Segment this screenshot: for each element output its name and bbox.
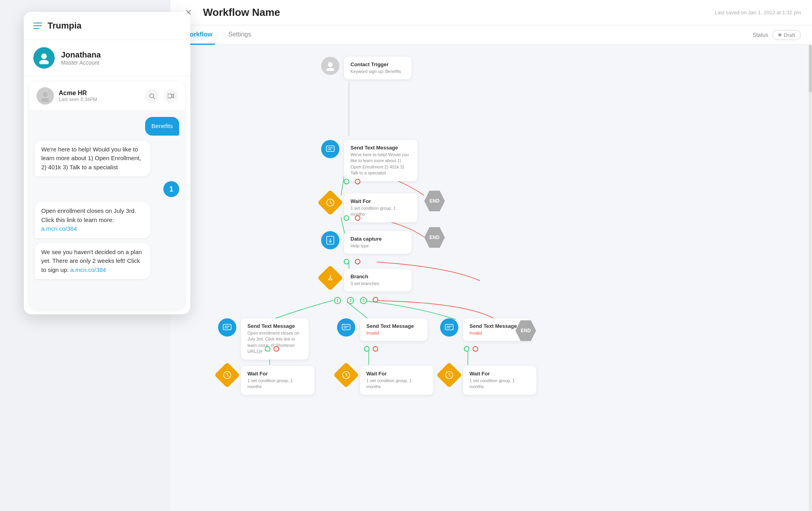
user-name: Jonathana	[61, 50, 101, 59]
send3-green-dot	[364, 346, 370, 352]
user-info: Jonathana Master Account	[61, 50, 101, 66]
status-dot	[778, 33, 781, 36]
node-wait-for-2[interactable]: Wait For 1 set condition group, 1 months	[218, 366, 314, 395]
node-contact-trigger-card: Contact Trigger Keyword sign up. Benefit…	[344, 57, 412, 79]
left-chat-panel: Trumpia Jonathana Master Account Acme HR	[24, 12, 190, 314]
status-badge[interactable]: Draft	[772, 30, 801, 40]
node-title: Wait For	[469, 371, 530, 377]
right-workflow-panel: ✕ Workflow Name Last saved on Jan 1, 202…	[170, 0, 812, 511]
node-wait-for-3[interactable]: Wait For 1 set condition group, 1 months	[337, 366, 433, 395]
chat-messages: Benefits We're here to help! Would you l…	[29, 111, 185, 309]
svg-rect-21	[342, 324, 350, 330]
user-role: Master Account	[61, 59, 101, 66]
node-contact-trigger[interactable]: Contact Trigger Keyword sign up. Benefit…	[321, 57, 412, 79]
node-branch-card: Branch 3 set branches	[344, 269, 412, 291]
send2-green-dot	[265, 346, 270, 352]
workflow-title: Workflow Name	[203, 6, 280, 19]
node-branch[interactable]: Branch 3 set branches	[321, 269, 412, 291]
node-desc: Help type	[350, 243, 405, 249]
svg-rect-20	[223, 324, 231, 330]
send1-red-dot	[355, 179, 360, 184]
branch-connector-x	[373, 297, 378, 302]
node-data-capture[interactable]: Data capture Help type	[321, 231, 412, 254]
node-desc: 1 set condition group, 1 months	[469, 378, 530, 390]
node-wait-for-2-card: Wait For 1 set condition group, 1 months	[241, 366, 314, 395]
message-plan: We see you haven't decided on a plan yet…	[35, 243, 150, 279]
node-title: Send Text Message	[366, 323, 421, 329]
last-saved: Last saved on Jan 1, 2022 at 1:32 pm	[714, 10, 801, 15]
node-send-text-3[interactable]: Send Text Message Invalid	[337, 318, 427, 341]
svg-point-1	[39, 60, 49, 64]
contact-trigger-icon	[321, 57, 339, 75]
svg-rect-22	[445, 324, 453, 330]
message-benefits: Benefits	[145, 117, 179, 136]
branch-connector-3: 3	[360, 297, 367, 304]
scrollbar-track	[809, 45, 812, 511]
workflow-connections	[170, 45, 812, 511]
svg-point-2	[43, 92, 48, 97]
scrollbar-thumb[interactable]	[809, 45, 812, 92]
svg-rect-17	[326, 146, 334, 151]
hamburger-icon[interactable]	[33, 23, 42, 29]
workflow-tabs: Workflow Settings Status Draft	[170, 25, 812, 45]
app-title: Trumpia	[48, 21, 82, 31]
chat-header-actions	[145, 89, 178, 103]
branch-connector-2: 2	[347, 297, 354, 304]
svg-line-11	[347, 302, 369, 320]
node-wait-for-4[interactable]: Wait For 1 set condition group, 1 months	[440, 366, 536, 395]
end-hexagon-1: END	[424, 191, 445, 211]
send-text-icon-4	[440, 318, 458, 337]
workflow-header: ✕ Workflow Name Last saved on Jan 1, 202…	[170, 0, 812, 25]
send-text-icon-1	[321, 140, 339, 158]
node-desc: Keyword sign up. Benefits	[350, 69, 405, 75]
avatar	[33, 47, 55, 69]
branch-connector-1: 1	[334, 297, 341, 304]
svg-point-0	[41, 54, 47, 59]
chat-avatar	[36, 87, 54, 105]
node-desc: Invalid	[366, 330, 421, 336]
node-title: Send Text Message	[247, 323, 302, 329]
status-section: Status Draft	[753, 30, 801, 40]
wait1-red-dot	[355, 215, 360, 221]
data-capture-icon	[321, 231, 339, 249]
enrollment-link[interactable]: a.mcn.co/384	[41, 225, 77, 232]
end-hexagon-2: END	[424, 227, 445, 248]
node-send-text-2[interactable]: Send Text Message Open enrollment closes…	[218, 318, 308, 360]
message-badge: 1	[163, 181, 179, 197]
app-header: Trumpia	[24, 12, 190, 40]
contact-name: Acme HR	[59, 90, 97, 97]
workflow-canvas: Contact Trigger Keyword sign up. Benefit…	[170, 45, 812, 511]
node-desc: 1 set condition group, 1 months	[247, 378, 308, 390]
node-wait-for-4-card: Wait For 1 set condition group, 1 months	[463, 366, 536, 395]
chat-window: Acme HR Last seen 6:34PM	[29, 82, 185, 309]
node-title: Send Text Message	[350, 145, 411, 151]
status-text: Draft	[784, 32, 795, 38]
send3-red-dot	[373, 346, 378, 352]
message-help: We're here to help! Would you like to le…	[35, 140, 150, 177]
node-data-capture-card: Data capture Help type	[344, 231, 412, 254]
send-text-icon-2	[218, 318, 236, 337]
tab-settings[interactable]: Settings	[226, 25, 254, 45]
wait1-green-dot	[344, 215, 349, 221]
svg-point-16	[326, 68, 334, 71]
svg-point-3	[41, 98, 49, 102]
datacapture-red-dot	[355, 259, 360, 264]
send4-red-dot	[473, 346, 478, 352]
chat-contact-info: Acme HR Last seen 6:34PM	[59, 90, 97, 102]
svg-line-5	[153, 97, 155, 99]
search-button[interactable]	[145, 89, 159, 103]
status-label: Status	[753, 32, 768, 38]
node-desc: 1 set condition group, 1 months	[366, 378, 427, 390]
node-wait-for-1[interactable]: Wait For 1 set condition group, 1 months	[321, 193, 417, 222]
send-text-icon-3	[337, 318, 355, 337]
video-button[interactable]	[164, 89, 178, 103]
send4-green-dot	[464, 346, 469, 352]
node-send-text-1[interactable]: Send Text Message We're here to help! Wo…	[321, 140, 417, 181]
user-section: Jonathana Master Account	[24, 40, 190, 76]
plan-link[interactable]: a.mcn.co/384	[70, 266, 106, 273]
node-title: Send Text Message	[469, 323, 524, 329]
node-desc: We're here to help! Would you like to le…	[350, 152, 411, 176]
node-send-text-3-card: Send Text Message Invalid	[360, 318, 427, 341]
send2-red-dot	[274, 346, 279, 352]
node-desc: 3 set branches	[350, 281, 405, 287]
